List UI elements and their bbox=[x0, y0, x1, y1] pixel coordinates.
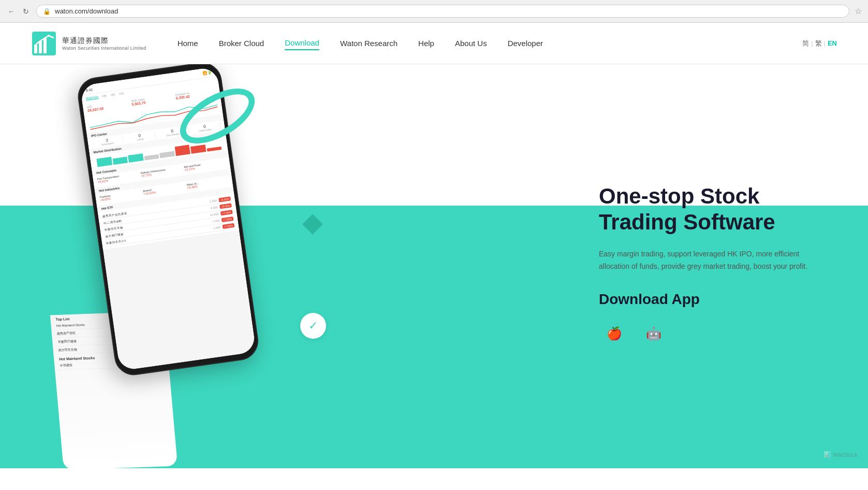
logo-english: Waton Securities International Limited bbox=[62, 46, 146, 51]
security-icon: 🔒 bbox=[43, 8, 51, 15]
url-text: waton.com/download bbox=[55, 7, 843, 15]
nav-download[interactable]: Download bbox=[285, 36, 319, 50]
lang-english[interactable]: EN bbox=[828, 39, 837, 47]
android-icon: 🤖 bbox=[646, 326, 661, 341]
market-bar-2 bbox=[112, 156, 128, 165]
back-button[interactable]: ← bbox=[6, 6, 17, 17]
market-bar-7 bbox=[190, 145, 206, 154]
ios-download-button[interactable]: 🍎 bbox=[599, 318, 630, 349]
nav-waton-research[interactable]: Waton Research bbox=[340, 37, 398, 50]
hero-section: ✓ 9:41 📶🔋 Watchlist HK HS bbox=[0, 64, 868, 468]
phone-tab-hk[interactable]: HK bbox=[102, 94, 107, 98]
market-bar-5 bbox=[159, 151, 175, 158]
lang-separator: | bbox=[811, 39, 813, 47]
logo-icon bbox=[31, 31, 57, 56]
logo-chinese: 華通證券國際 bbox=[62, 36, 146, 46]
lang-traditional[interactable]: 繁 bbox=[815, 39, 822, 48]
svg-point-4 bbox=[48, 35, 50, 37]
watermark-icon: 📊 bbox=[823, 451, 831, 458]
android-download-button[interactable]: 🤖 bbox=[638, 318, 669, 349]
browser-chrome: ← ↻ 🔒 waton.com/download ☆ bbox=[0, 0, 868, 23]
apple-icon: 🍎 bbox=[607, 326, 622, 341]
phone-tab-cn[interactable]: CN bbox=[119, 92, 124, 96]
phone-tab-watchlist[interactable]: Watchlist bbox=[86, 95, 99, 100]
watermark-text: WikiStock bbox=[833, 452, 858, 458]
browser-nav-buttons: ← ↻ bbox=[6, 6, 31, 17]
check-badge: ✓ bbox=[300, 313, 326, 339]
website: 華通證券國際 Waton Securities International Li… bbox=[0, 23, 868, 468]
refresh-button[interactable]: ↻ bbox=[21, 6, 31, 17]
phone-tab-hs[interactable]: HS bbox=[111, 93, 115, 97]
nav-help[interactable]: Help bbox=[418, 37, 434, 50]
nav-home[interactable]: Home bbox=[178, 37, 198, 50]
site-header: 華通證券國際 Waton Securities International Li… bbox=[0, 23, 868, 64]
lang-switcher: 简 | 繁 | EN bbox=[802, 39, 837, 48]
nav-about-us[interactable]: About Us bbox=[455, 37, 487, 50]
hero-title: One-stop Stock Trading Software bbox=[599, 183, 816, 236]
address-bar[interactable]: 🔒 waton.com/download bbox=[36, 5, 849, 18]
market-bar-1 bbox=[96, 157, 112, 167]
download-title: Download App bbox=[599, 291, 816, 308]
market-bar-8 bbox=[207, 147, 222, 152]
phone-index-hsi: HSI 26,537.59 bbox=[87, 100, 128, 112]
nav-developer[interactable]: Developer bbox=[508, 37, 543, 50]
phone-time: 9:41 bbox=[85, 88, 93, 92]
svg-rect-2 bbox=[39, 41, 42, 53]
svg-rect-3 bbox=[43, 38, 47, 53]
lang-separator2: | bbox=[824, 39, 826, 47]
watermark: 📊 WikiStock bbox=[823, 451, 858, 458]
phone-index-soe: SOE Index 5,503.75 bbox=[131, 94, 172, 106]
download-buttons: 🍎 🤖 bbox=[599, 318, 816, 349]
lang-simplified[interactable]: 简 bbox=[802, 39, 809, 48]
hero-description: Easy margin trading, support leveraged H… bbox=[599, 248, 816, 273]
market-bar-4 bbox=[144, 154, 159, 161]
bookmark-icon[interactable]: ☆ bbox=[855, 6, 862, 16]
logo[interactable]: 華通證券國際 Waton Securities International Li… bbox=[31, 31, 146, 56]
market-bar-3 bbox=[128, 153, 143, 163]
market-bar-6 bbox=[174, 145, 190, 156]
nav-broker-cloud[interactable]: Broker Cloud bbox=[219, 37, 264, 50]
main-nav: Home Broker Cloud Download Waton Researc… bbox=[178, 36, 803, 50]
hero-right-content: One-stop Stock Trading Software Easy mar… bbox=[599, 183, 816, 349]
logo-text: 華通證券國際 Waton Securities International Li… bbox=[62, 36, 146, 51]
phone-status-icons: 📶🔋 bbox=[202, 70, 212, 76]
